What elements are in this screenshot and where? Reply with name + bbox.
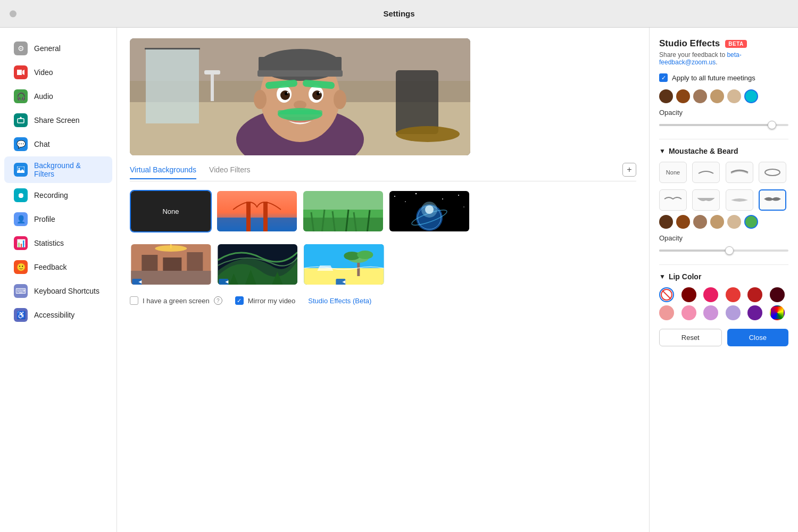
sidebar-item-statistics[interactable]: 📊 Statistics <box>4 231 112 255</box>
lip-color-section-header[interactable]: ▼ Lip Color <box>659 272 788 281</box>
svg-rect-11 <box>145 48 200 49</box>
apply-all-row: ✓ Apply to all future meetings <box>659 73 788 82</box>
mustache-option-3[interactable] <box>759 162 786 183</box>
divider-2 <box>659 264 788 265</box>
eyebrow-swatch-beige[interactable] <box>727 89 741 103</box>
face-svg <box>130 38 470 155</box>
tab-virtual-backgrounds[interactable]: Virtual Backgrounds <box>130 165 196 179</box>
divider-1 <box>659 139 788 139</box>
bg-aurora-thumb[interactable] <box>217 243 299 286</box>
mustache-option-2[interactable] <box>726 162 753 183</box>
sidebar-item-feedback[interactable]: 🙂 Feedback <box>4 255 112 279</box>
lip-swatch-crimson[interactable] <box>747 287 762 302</box>
mustache-option-4[interactable] <box>659 189 687 211</box>
svg-rect-12 <box>204 70 220 74</box>
svg-rect-43 <box>303 210 383 218</box>
eyebrow-swatch-light-brown[interactable] <box>710 89 724 103</box>
mustache-swatch-medium-brown[interactable] <box>676 215 690 229</box>
lip-swatch-none[interactable] <box>659 287 674 302</box>
bg-none-thumb[interactable]: None <box>130 190 212 232</box>
sidebar-item-recording[interactable]: ⏺ Recording <box>4 184 112 207</box>
lip-swatch-light-coral[interactable] <box>659 305 674 320</box>
golden-gate-svg <box>217 191 297 232</box>
mustache-opacity-slider[interactable] <box>659 245 788 256</box>
mustache-grid: None <box>659 162 788 183</box>
eyebrow-opacity-label: Opacity <box>659 109 788 117</box>
svg-rect-40 <box>263 202 268 232</box>
sidebar-item-audio[interactable]: 🎧 Audio <box>4 85 112 108</box>
lip-swatch-hot-pink[interactable] <box>703 287 718 302</box>
lip-swatch-mauve[interactable] <box>726 305 741 320</box>
close-button[interactable]: Close <box>727 329 789 346</box>
feedback-email-link[interactable]: beta-feedback@zoom.us <box>659 51 742 66</box>
sidebar-item-share-screen[interactable]: Share Screen <box>4 109 112 132</box>
bg-golden-gate-thumb[interactable] <box>216 190 298 232</box>
mustache-section-label: Moustache & Beard <box>669 147 738 155</box>
window-title: Settings <box>383 9 414 18</box>
sidebar-item-chat[interactable]: 💬 Chat <box>4 132 112 156</box>
bg-grid-row1: None <box>130 190 470 232</box>
svg-point-15 <box>396 126 460 142</box>
reset-button[interactable]: Reset <box>659 329 722 346</box>
action-buttons: Reset Close <box>659 329 788 346</box>
sidebar-item-general[interactable]: ⚙ General <box>4 37 112 60</box>
svg-rect-39 <box>246 202 251 232</box>
studio-effects-link[interactable]: Studio Effects (Beta) <box>308 297 371 305</box>
lip-swatch-dusty-rose[interactable] <box>703 305 718 320</box>
panel-subtitle: Share your feedback to beta-feedback@zoo… <box>659 51 788 66</box>
bg-restaurant-thumb[interactable] <box>130 243 212 286</box>
profile-icon: 👤 <box>14 212 28 226</box>
green-screen-help-icon[interactable]: ? <box>214 296 222 305</box>
sidebar-item-profile[interactable]: 👤 Profile <box>4 207 112 231</box>
mustache-swatch-light-brown[interactable] <box>710 215 724 229</box>
accessibility-icon: ♿ <box>14 308 28 322</box>
eyebrow-swatch-tan-brown[interactable] <box>693 89 707 103</box>
window-close-dot[interactable] <box>10 10 16 17</box>
mustache-option-6[interactable] <box>726 189 753 211</box>
mustache-swatch-dark-brown[interactable] <box>659 215 673 229</box>
eyebrow-slider-thumb[interactable] <box>768 121 776 129</box>
svg-point-29 <box>319 92 321 94</box>
sidebar-item-keyboard-shortcuts[interactable]: ⌨ Keyboard Shortcuts <box>4 279 112 303</box>
svg-rect-64 <box>142 255 157 271</box>
mustache-none-option[interactable]: None <box>659 162 687 183</box>
sidebar-item-bg-filters[interactable]: Background & Filters <box>4 156 112 183</box>
green-screen-checkbox[interactable] <box>130 296 138 305</box>
chat-icon: 💬 <box>14 137 28 151</box>
mustache-section-header[interactable]: ▼ Moustache & Beard <box>659 147 788 155</box>
eyebrow-swatch-medium-brown[interactable] <box>676 89 690 103</box>
studio-effects-title: Studio Effects <box>659 38 720 49</box>
bg-grass-thumb[interactable] <box>302 190 384 232</box>
mustache-swatch-beige[interactable] <box>727 215 741 229</box>
add-background-button[interactable]: + <box>622 163 636 177</box>
mustache-swatch-tan-brown[interactable] <box>693 215 707 229</box>
mustache-swatch-green[interactable] <box>744 215 758 229</box>
lip-swatch-light-pink[interactable] <box>681 305 696 320</box>
mustache-slider-thumb[interactable] <box>725 246 734 255</box>
sidebar-item-video[interactable]: Video <box>4 61 112 84</box>
sidebar-label-statistics: Statistics <box>34 239 64 247</box>
bg-beach-thumb[interactable] <box>303 243 385 286</box>
sidebar-label-accessibility: Accessibility <box>34 311 74 319</box>
tab-video-filters[interactable]: Video Filters <box>209 165 251 179</box>
apply-all-checkbox[interactable]: ✓ <box>659 73 668 82</box>
mustache-option-5[interactable] <box>692 189 720 211</box>
lip-swatch-rainbow[interactable] <box>770 305 785 320</box>
lip-swatch-dark-maroon[interactable] <box>770 287 785 302</box>
aurora-svg <box>218 244 298 286</box>
lip-swatch-dark-red[interactable] <box>681 287 696 302</box>
svg-rect-10 <box>146 49 199 123</box>
eyebrow-swatch-teal[interactable] <box>744 89 758 103</box>
svg-point-56 <box>442 198 443 200</box>
mustache-option-1[interactable] <box>692 162 720 183</box>
sidebar-item-accessibility[interactable]: ♿ Accessibility <box>4 303 112 327</box>
lip-swatch-purple[interactable] <box>747 305 762 320</box>
audio-icon: 🎧 <box>14 89 28 103</box>
bg-filter-icon <box>14 163 28 177</box>
lip-swatch-red[interactable] <box>726 287 741 302</box>
bg-space-thumb[interactable] <box>388 190 470 232</box>
eyebrow-opacity-slider[interactable] <box>659 120 788 130</box>
mirror-video-checkbox[interactable]: ✓ <box>235 296 244 305</box>
mustache-option-7[interactable] <box>759 189 786 211</box>
eyebrow-swatch-dark-brown[interactable] <box>659 89 673 103</box>
